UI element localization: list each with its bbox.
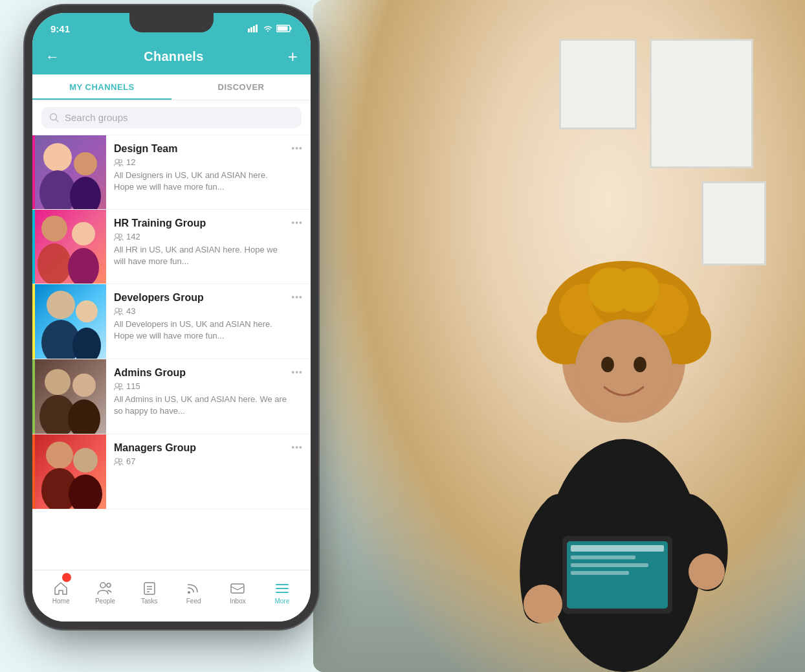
group-desc-design: All Designers in US, UK and ASIAN here. … bbox=[114, 170, 287, 193]
svg-point-12 bbox=[634, 357, 646, 372]
group-content-design: Design Team 12 All Designers in US, UK a… bbox=[106, 135, 311, 209]
bottom-nav: Home People bbox=[32, 570, 311, 622]
thumb-svg-managers bbox=[35, 434, 106, 509]
tasks-icon bbox=[142, 581, 157, 596]
nav-tasks-label: Tasks bbox=[141, 598, 158, 605]
svg-point-33 bbox=[70, 177, 101, 209]
nav-feed[interactable]: Feed bbox=[171, 570, 215, 615]
group-item-dev[interactable]: Developers Group 43 All Developers in US… bbox=[32, 284, 311, 359]
wifi-icon bbox=[263, 25, 273, 32]
nav-tasks[interactable]: Tasks bbox=[127, 570, 171, 615]
group-menu-managers[interactable]: ••• bbox=[291, 442, 303, 453]
search-input[interactable]: Search groups bbox=[41, 107, 302, 128]
woman-illustration bbox=[462, 154, 786, 672]
nav-people-label: People bbox=[95, 598, 115, 605]
svg-point-51 bbox=[68, 399, 100, 434]
svg-point-44 bbox=[76, 300, 98, 322]
battery-icon bbox=[276, 25, 292, 32]
add-button[interactable]: + bbox=[288, 47, 298, 67]
svg-point-10 bbox=[575, 319, 672, 416]
nav-home-label: Home bbox=[52, 598, 70, 605]
group-name-hr: HR Training Group bbox=[114, 218, 287, 229]
tab-discover[interactable]: DISCOVER bbox=[171, 74, 311, 100]
svg-point-50 bbox=[72, 374, 96, 397]
svg-rect-67 bbox=[231, 584, 244, 593]
svg-point-36 bbox=[41, 216, 67, 241]
thumb-svg-hr bbox=[35, 210, 106, 284]
group-item-admins[interactable]: Admins Group 115 All Admins in US, UK an… bbox=[32, 359, 311, 434]
svg-point-11 bbox=[601, 357, 614, 372]
home-badge bbox=[62, 573, 71, 582]
search-placeholder: Search groups bbox=[65, 112, 128, 123]
group-item-design-team[interactable]: Design Team 12 All Designers in US, UK a… bbox=[32, 135, 311, 210]
members-icon-design bbox=[114, 159, 123, 166]
group-menu-admins[interactable]: ••• bbox=[291, 367, 303, 377]
inbox-icon bbox=[230, 581, 245, 596]
thumb-admins bbox=[35, 359, 106, 434]
status-icons bbox=[248, 25, 292, 32]
group-desc-dev: All Developers in US, UK and ASIAN here.… bbox=[114, 319, 287, 342]
members-icon-admins bbox=[114, 383, 123, 390]
svg-point-39 bbox=[68, 248, 99, 284]
svg-rect-23 bbox=[253, 26, 255, 32]
group-members-admins: 115 bbox=[114, 381, 287, 391]
group-menu-hr[interactable]: ••• bbox=[291, 218, 303, 228]
thumb-hr bbox=[35, 210, 106, 284]
svg-point-32 bbox=[74, 152, 97, 175]
group-item-hr[interactable]: HR Training Group 142 All HR in US, UK a… bbox=[32, 210, 311, 284]
group-item-managers[interactable]: Managers Group 67 ••• bbox=[32, 434, 311, 510]
members-icon-hr bbox=[114, 233, 123, 241]
group-content-hr: HR Training Group 142 All HR in US, UK a… bbox=[106, 210, 311, 284]
group-members-managers: 67 bbox=[114, 456, 287, 466]
decor-frame-2 bbox=[559, 39, 637, 129]
svg-point-38 bbox=[72, 222, 95, 245]
svg-point-42 bbox=[47, 291, 75, 319]
svg-point-54 bbox=[46, 442, 73, 469]
svg-point-30 bbox=[43, 143, 72, 172]
svg-point-37 bbox=[38, 243, 71, 284]
group-menu-design[interactable]: ••• bbox=[291, 143, 303, 153]
phone-frame: 9:41 bbox=[32, 13, 311, 622]
svg-point-60 bbox=[100, 583, 105, 588]
nav-inbox-label: Inbox bbox=[230, 598, 245, 605]
tab-my-channels[interactable]: MY CHANNELS bbox=[32, 74, 171, 100]
group-menu-dev[interactable]: ••• bbox=[291, 292, 303, 302]
group-name-dev: Developers Group bbox=[114, 292, 287, 304]
svg-rect-62 bbox=[144, 583, 155, 594]
nav-home[interactable]: Home bbox=[39, 570, 83, 615]
decor-frame-1 bbox=[650, 39, 753, 168]
search-bar: Search groups bbox=[32, 100, 311, 135]
channel-tabs: MY CHANNELS DISCOVER bbox=[32, 74, 311, 100]
members-icon-managers bbox=[114, 458, 123, 465]
group-members-design: 12 bbox=[114, 157, 287, 167]
feed-icon bbox=[186, 581, 201, 596]
back-button[interactable]: ← bbox=[45, 49, 60, 65]
svg-point-56 bbox=[73, 448, 98, 473]
group-name-admins: Admins Group bbox=[114, 367, 287, 379]
svg-rect-20 bbox=[571, 571, 629, 575]
svg-rect-26 bbox=[290, 27, 292, 30]
status-time: 9:41 bbox=[50, 23, 70, 34]
phone-notch bbox=[129, 13, 214, 32]
background-photo bbox=[313, 0, 805, 672]
svg-rect-24 bbox=[256, 25, 258, 32]
group-desc-admins: All Admins in US, UK and ASIAN here. We … bbox=[114, 394, 287, 417]
svg-rect-22 bbox=[250, 27, 252, 32]
more-icon bbox=[274, 581, 290, 596]
app-header: ← Channels + bbox=[32, 41, 311, 74]
thumb-svg-design bbox=[35, 135, 106, 209]
svg-point-14 bbox=[689, 554, 725, 590]
members-icon-dev bbox=[114, 308, 123, 315]
group-name-managers: Managers Group bbox=[114, 442, 287, 454]
group-content-dev: Developers Group 43 All Developers in US… bbox=[106, 284, 311, 359]
nav-people[interactable]: People bbox=[83, 570, 127, 615]
group-name-design: Design Team bbox=[114, 143, 287, 155]
search-icon bbox=[49, 113, 60, 123]
svg-point-61 bbox=[107, 583, 111, 587]
svg-rect-27 bbox=[278, 27, 288, 31]
svg-point-66 bbox=[188, 591, 190, 594]
nav-more[interactable]: More bbox=[260, 570, 304, 615]
thumb-design bbox=[35, 135, 106, 209]
nav-inbox[interactable]: Inbox bbox=[215, 570, 259, 615]
svg-rect-17 bbox=[571, 545, 664, 552]
